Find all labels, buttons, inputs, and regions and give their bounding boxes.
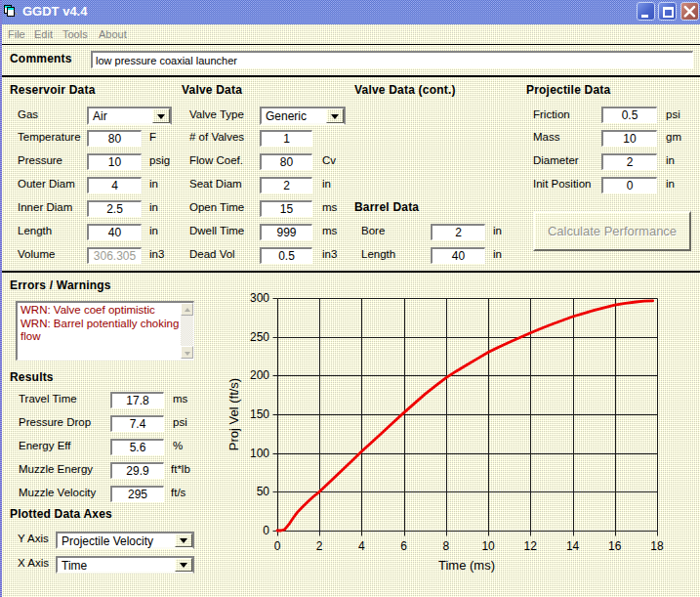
svg-text:50: 50 <box>257 485 270 498</box>
svg-text:150: 150 <box>250 407 269 421</box>
svg-text:100: 100 <box>250 447 269 460</box>
svg-text:8: 8 <box>443 539 450 553</box>
svg-text:6: 6 <box>400 539 407 553</box>
svg-text:2: 2 <box>316 539 323 553</box>
svg-text:12: 12 <box>524 539 538 553</box>
svg-text:16: 16 <box>608 539 622 553</box>
svg-text:0: 0 <box>263 524 269 537</box>
svg-text:4: 4 <box>358 539 365 553</box>
svg-text:Proj Vel (ft/s): Proj Vel (ft/s) <box>226 378 241 450</box>
svg-text:250: 250 <box>250 330 269 344</box>
svg-text:18: 18 <box>650 539 664 553</box>
svg-text:0: 0 <box>274 539 281 553</box>
svg-text:Time (ms): Time (ms) <box>438 558 495 573</box>
svg-text:300: 300 <box>250 291 269 305</box>
svg-text:200: 200 <box>250 368 269 382</box>
svg-text:10: 10 <box>481 539 495 553</box>
svg-text:14: 14 <box>566 539 580 553</box>
